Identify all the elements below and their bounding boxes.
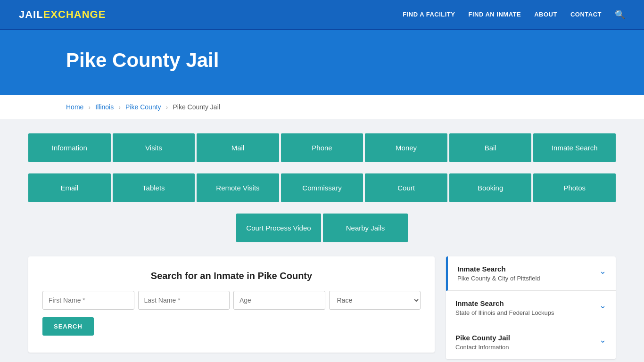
- search-icon-button[interactable]: 🔍: [615, 9, 625, 20]
- btn-mail[interactable]: Mail: [197, 133, 279, 162]
- sidebar-item-inmate-search-pike[interactable]: Inmate Search Pike County & City of Pitt…: [446, 256, 616, 291]
- btn-booking[interactable]: Booking: [449, 173, 532, 202]
- search-button[interactable]: SEARCH: [42, 317, 94, 336]
- sidebar-sub-1: Pike County & City of Pittsfield: [457, 275, 540, 282]
- sidebar: Inmate Search Pike County & City of Pitt…: [446, 256, 616, 359]
- nav-find-inmate[interactable]: FIND AN INMATE: [468, 11, 521, 18]
- breadcrumb-illinois[interactable]: Illinois: [95, 103, 114, 111]
- logo[interactable]: JAILEXCHANGE: [19, 8, 106, 21]
- breadcrumb-sep-1: ›: [89, 104, 91, 111]
- btn-inmate-search[interactable]: Inmate Search: [533, 133, 616, 162]
- logo-exchange: EXCHANGE: [43, 8, 106, 21]
- breadcrumb-current: Pike County Jail: [173, 103, 220, 111]
- chevron-icon-2: ⌄: [599, 300, 606, 311]
- sidebar-label-3: Pike County Jail: [455, 334, 510, 342]
- breadcrumb-pike-county[interactable]: Pike County: [125, 103, 161, 111]
- btn-email[interactable]: Email: [28, 173, 111, 202]
- breadcrumb-sep-2: ›: [119, 104, 121, 111]
- sidebar-item-inmate-search-state[interactable]: Inmate Search State of Illinois and Fede…: [446, 291, 616, 325]
- search-icon: 🔍: [615, 9, 625, 20]
- chevron-icon-1: ⌄: [599, 266, 606, 276]
- page-title: Pike County Jail: [66, 49, 625, 72]
- breadcrumb: Home › Illinois › Pike County › Pike Cou…: [0, 95, 644, 119]
- sidebar-sub-2: State of Illinois and Federal Lockups: [455, 309, 554, 316]
- search-inputs: Race White Black Hispanic Asian Other: [42, 291, 421, 310]
- btn-visits[interactable]: Visits: [113, 133, 195, 162]
- nav-about[interactable]: ABOUT: [534, 11, 557, 18]
- sidebar-item-contact-info[interactable]: Pike County Jail Contact Information ⌄: [446, 325, 616, 359]
- button-grid-row2: Email Tablets Remote Visits Commissary C…: [28, 173, 616, 202]
- age-input[interactable]: [233, 291, 325, 310]
- btn-nearby-jails[interactable]: Nearby Jails: [323, 214, 408, 242]
- button-grid-row3: Court Process Video Nearby Jails: [28, 214, 616, 242]
- race-select[interactable]: Race White Black Hispanic Asian Other: [329, 291, 421, 310]
- btn-photos[interactable]: Photos: [533, 173, 616, 202]
- btn-bail[interactable]: Bail: [449, 133, 532, 162]
- two-col-layout: Search for an Inmate in Pike County Race…: [28, 256, 616, 359]
- breadcrumb-sep-3: ›: [166, 104, 168, 111]
- btn-money[interactable]: Money: [365, 133, 447, 162]
- sidebar-label-2: Inmate Search: [455, 299, 554, 307]
- breadcrumb-home[interactable]: Home: [66, 103, 83, 111]
- sidebar-label-1: Inmate Search: [457, 265, 540, 273]
- btn-court-process-video[interactable]: Court Process Video: [236, 214, 321, 242]
- chevron-icon-3: ⌄: [599, 335, 606, 345]
- btn-remote-visits[interactable]: Remote Visits: [197, 173, 279, 202]
- main-nav: FIND A FACILITY FIND AN INMATE ABOUT CON…: [403, 9, 625, 20]
- sidebar-item-text-3: Pike County Jail Contact Information: [455, 334, 510, 351]
- search-title: Search for an Inmate in Pike County: [42, 271, 421, 281]
- sidebar-item-text-2: Inmate Search State of Illinois and Fede…: [455, 299, 554, 316]
- sidebar-sub-3: Contact Information: [455, 344, 510, 351]
- first-name-input[interactable]: [42, 291, 134, 310]
- hero-section: Pike County Jail: [0, 30, 644, 95]
- last-name-input[interactable]: [138, 291, 230, 310]
- btn-tablets[interactable]: Tablets: [113, 173, 195, 202]
- btn-commissary[interactable]: Commissary: [281, 173, 363, 202]
- nav-contact[interactable]: CONTACT: [570, 11, 602, 18]
- logo-jail: JAIL: [19, 8, 43, 21]
- nav-find-facility[interactable]: FIND A FACILITY: [403, 11, 455, 18]
- main-content: Information Visits Mail Phone Money Bail…: [0, 119, 644, 362]
- header: JAILEXCHANGE FIND A FACILITY FIND AN INM…: [0, 0, 644, 30]
- sidebar-item-text-1: Inmate Search Pike County & City of Pitt…: [457, 265, 540, 282]
- btn-information[interactable]: Information: [28, 133, 111, 162]
- btn-phone[interactable]: Phone: [281, 133, 363, 162]
- btn-court[interactable]: Court: [365, 173, 447, 202]
- inmate-search-box: Search for an Inmate in Pike County Race…: [28, 256, 435, 353]
- button-grid-row1: Information Visits Mail Phone Money Bail…: [28, 133, 616, 162]
